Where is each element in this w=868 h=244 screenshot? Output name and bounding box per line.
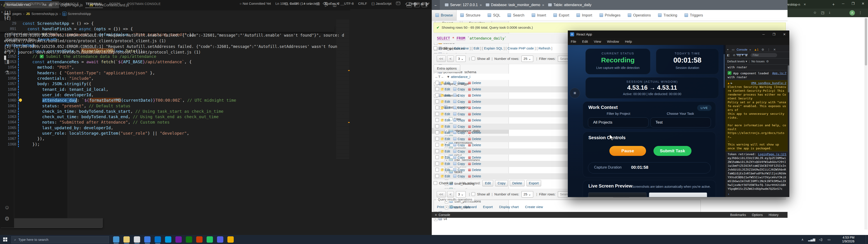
browser-menu-icon[interactable]: ⋮ — [859, 10, 862, 15]
capture-duration-pill: Capture Duration 00:01:58 — [588, 162, 711, 174]
close-tab-icon[interactable]: ✕ — [804, 1, 806, 8]
downloads-icon[interactable]: ↓ — [829, 10, 831, 14]
pma-console-bar[interactable]: ≡Console BookmarksOptionsHistory — [432, 212, 787, 218]
browser-profile-avatar[interactable]: A — [849, 10, 855, 16]
react-app-icon: R — [570, 32, 574, 36]
volume-icon[interactable]: ◁) — [819, 238, 822, 241]
no-issues-label[interactable]: No Issues — [752, 60, 765, 63]
console-message-log[interactable]: LoginPage.js:121Token retrieved:eyJhbGci… — [725, 151, 788, 191]
taskbar-app-10[interactable] — [207, 236, 213, 243]
status-prettier[interactable]: ✓Prettier — [405, 0, 420, 7]
react-menu-help[interactable]: Help — [622, 38, 635, 45]
console-messages[interactable]: with routerApp.js:7✓ App component loade… — [725, 64, 788, 191]
react-menu-view[interactable]: View — [591, 38, 604, 45]
activity-account-icon[interactable]: ☺ — [3, 203, 11, 211]
log-levels-dropdown[interactable]: Default levels ▾ — [727, 60, 747, 63]
taskbar-search-box[interactable]: ⌕Type here to search — [11, 236, 109, 243]
react-menu-edit[interactable]: Edit — [579, 38, 591, 45]
status-not-committed-yet[interactable]: ○Not Committed Yet — [240, 0, 271, 7]
pma-console-options[interactable]: Options — [752, 213, 763, 217]
devtools-tab-bar: ⌖▭Console»▲1⚙⋮✕ — [725, 45, 789, 52]
source-link[interactable]: App.js:7 — [772, 71, 786, 75]
browser-minimize-icon[interactable]: ─ — [838, 0, 848, 7]
pma-console-label[interactable]: ≡Console — [435, 213, 450, 217]
session-active-idle: Active: 00:00:00 | Idle deducted: 00:00:… — [586, 92, 719, 96]
source-link[interactable]: VM4 sandbox_bundle:2 — [751, 81, 786, 85]
taskbar-app-8[interactable] — [186, 236, 192, 243]
console-sidebar-icon[interactable]: ◧ — [727, 52, 730, 58]
show-desktop-button[interactable] — [866, 235, 868, 244]
battery-icon[interactable]: ▭ — [828, 238, 831, 241]
taskbar-app-2[interactable] — [123, 236, 130, 243]
issues-settings-icon[interactable]: ⚙ — [766, 59, 769, 64]
status-spaces-2[interactable]: Spaces: 2 — [324, 0, 340, 7]
devtools-scrollbar[interactable] — [788, 65, 789, 92]
console-message-ok[interactable]: App.js:7✓ App component loadedwith route… — [725, 70, 788, 80]
console-filter-input[interactable]: Filter — [750, 53, 777, 57]
bookmark-star-icon[interactable]: ☆ — [813, 10, 816, 15]
react-app-scrollbar[interactable] — [723, 45, 725, 197]
pma-console-bookmarks[interactable]: Bookmarks — [730, 213, 746, 217]
work-context-title: Work Context — [588, 105, 618, 110]
taskbar-app-7[interactable] — [176, 236, 182, 243]
terminal-output[interactable]: [1] [1] [1] ✓ Main process starting... [… — [4, 10, 344, 61]
console-message-log[interactable]: with router — [725, 64, 788, 70]
clear-console-icon[interactable]: ⊘ — [733, 52, 735, 58]
status-notifications-icon[interactable]: ⍾ — [424, 0, 426, 7]
panel-tab-postman-console[interactable]: POSTMAN CONSOLE — [127, 0, 161, 8]
browser-restore-icon[interactable]: ❐ — [848, 0, 858, 7]
react-menu-file[interactable]: File — [568, 38, 579, 45]
panel-tab-debug-console[interactable]: DEBUG CONSOLE — [50, 0, 79, 8]
taskbar-app-12[interactable] — [227, 236, 234, 243]
taskbar-app-4[interactable] — [144, 236, 151, 243]
react-minimize-icon[interactable]: ─ — [759, 30, 768, 38]
pause-button[interactable]: Pause — [610, 146, 646, 156]
panel-tab-problems[interactable]: PROBLEMS — [4, 0, 24, 8]
activity-settings-icon[interactable]: ⚙ — [3, 215, 11, 223]
devtools-levels-row: Default levels ▾|No Issues⚙ — [725, 59, 789, 65]
task-dropdown[interactable]: Test — [650, 118, 711, 127]
live-badge: LIVE — [697, 105, 712, 111]
status-ln-1060-col-25-14-selected-[interactable]: Ln 1060, Col 25 (14 selected) — [276, 0, 320, 7]
browser-close-icon[interactable]: ✕ — [858, 0, 868, 7]
status-javascript[interactable]: { }JavaScript — [372, 0, 392, 7]
source-link[interactable]: LoginPage.js:121 — [758, 152, 786, 156]
project-filter-dropdown[interactable]: All Projects — [588, 118, 649, 127]
live-expression-icon[interactable]: ◉ — [745, 52, 747, 58]
browser-scrollbar[interactable] — [864, 17, 868, 230]
live-preview-title: Live Screen Preview — [588, 183, 632, 189]
screenshot-thumbnail[interactable] — [588, 192, 647, 197]
taskbar-app-6[interactable] — [165, 236, 171, 243]
react-app-title: React App — [577, 32, 592, 36]
panel-tab-terminal[interactable]: TERMINAL — [85, 0, 103, 8]
panel-tab-output[interactable]: OUTPUT — [29, 0, 44, 8]
status-copilot-icon[interactable] — [396, 0, 400, 7]
taskbar-app-3[interactable] — [134, 236, 140, 243]
start-button[interactable] — [0, 235, 11, 244]
submit-task-button[interactable]: Submit Task — [653, 146, 691, 156]
network-icon[interactable]: ▂▄▆ — [808, 238, 815, 241]
taskbar-app-1[interactable] — [113, 236, 119, 243]
taskbar-app-9[interactable] — [196, 236, 203, 243]
taskbar-app-5[interactable] — [155, 236, 161, 243]
tray-expand-icon[interactable]: ∧ — [801, 238, 804, 241]
taskbar-clock[interactable]: 4:53 PM1/9/2026 — [834, 236, 855, 243]
react-menu-window[interactable]: Window — [604, 38, 622, 45]
console-prompt[interactable]: › — [725, 191, 789, 196]
screenshot-thumbnail[interactable] — [649, 192, 707, 197]
capture-duration-value: 00:01:58 — [631, 165, 648, 170]
react-close-icon[interactable]: ✕ — [780, 30, 789, 38]
taskbar-app-11[interactable] — [217, 236, 223, 243]
react-restore-icon[interactable]: ❐ — [770, 30, 778, 38]
new-tab-icon[interactable]: + — [832, 2, 835, 7]
status-utf-8[interactable]: UTF-8 — [344, 0, 354, 7]
pma-console-history[interactable]: History — [769, 213, 778, 217]
clock-date: 1/9/2026 — [834, 240, 855, 243]
hamburger-menu-button[interactable]: ≡ — [569, 88, 580, 98]
console-message-warn[interactable]: VM4 sandbox_bundle:2▲▶Electron Security … — [725, 80, 788, 151]
status-crlf[interactable]: CRLF — [358, 0, 367, 7]
panel-tab-bar: PROBLEMSOUTPUTDEBUG CONSOLETERMINALPORTS… — [1, 0, 164, 8]
extensions-icon[interactable]: ◳ — [821, 10, 825, 15]
panel-tab-ports[interactable]: PORTS — [109, 0, 121, 8]
context-selector[interactable]: top ▾ — [737, 53, 743, 57]
